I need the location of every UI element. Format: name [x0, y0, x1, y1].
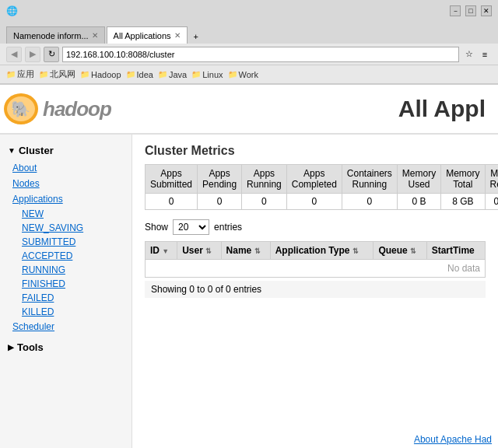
metric-col-apps-pending: Apps Pending [198, 165, 242, 194]
metric-col-apps-completed: Apps Completed [286, 165, 342, 194]
sidebar-killed-link[interactable]: KILLED [0, 305, 132, 319]
col-starttime: StartTime [426, 242, 485, 260]
col-name[interactable]: Name ⇅ [221, 242, 270, 260]
address-bar: ◀ ▶ ↻ ☆ ≡ [0, 44, 498, 65]
sidebar-accepted-link[interactable]: ACCEPTED [0, 249, 132, 263]
bookmark-idea[interactable]: 📁 Idea [126, 70, 153, 79]
main-content: Cluster Metrics Apps Submitted Apps Pend… [132, 135, 498, 448]
bookmark-hadoop[interactable]: 📁 Hadoop [80, 70, 121, 79]
no-data-row: No data [146, 260, 486, 278]
cluster-arrow-icon: ▼ [8, 146, 16, 155]
tab-all-applications-label: All Applications [114, 31, 171, 40]
tab-namenode-label: Namenode inform... [13, 31, 89, 40]
back-button[interactable]: ◀ [6, 47, 22, 62]
tools-label: Tools [17, 341, 44, 353]
sidebar-applications-link[interactable]: Applications [0, 191, 132, 207]
forward-button[interactable]: ▶ [25, 47, 40, 62]
address-input[interactable] [62, 47, 459, 62]
val-apps-submitted: 0 [146, 194, 198, 210]
applications-table: ID ▼ User ⇅ Name ⇅ Application Type [145, 241, 486, 278]
bookmark-linux-label: Linux [202, 70, 223, 79]
bookmarks-bar: 📁 应用 📁 北风网 📁 Hadoop 📁 Idea 📁 Java 📁 Linu… [0, 65, 498, 84]
tab-namenode[interactable]: Namenode inform... ✕ [6, 26, 105, 44]
bookmark-apps[interactable]: 📁 应用 [6, 68, 34, 80]
page-title: All Appl [398, 96, 486, 122]
footer: About Apache Had [408, 431, 498, 448]
metric-col-apps-submitted-line1: Apps [150, 168, 192, 179]
bookmark-idea-label: Idea [137, 70, 153, 79]
metric-col-apps-running: Apps Running [242, 165, 287, 194]
browser-icon: 🌐 [6, 5, 18, 16]
sidebar: ▼ Cluster About Nodes Applications NEW N… [0, 135, 132, 448]
entries-select[interactable]: 10 20 50 100 [173, 219, 209, 235]
work-icon: 📁 [228, 70, 237, 79]
hadoop-text-logo: hadoop [43, 97, 111, 121]
linux-icon: 📁 [191, 70, 201, 79]
no-data-cell: No data [146, 260, 486, 278]
bookmark-apps-label: 应用 [17, 68, 34, 80]
showing-text: Showing 0 to 0 of 0 entries [145, 281, 486, 298]
tab-namenode-close[interactable]: ✕ [92, 31, 98, 40]
val-memory-used: 0 B [397, 194, 440, 210]
tools-arrow-icon: ▶ [8, 343, 14, 352]
about-apache-link[interactable]: About Apache Had [414, 434, 492, 445]
tab-bar: Namenode inform... ✕ All Applications ✕ … [0, 22, 498, 44]
refresh-button[interactable]: ↻ [44, 47, 59, 62]
bookmark-beifeng[interactable]: 📁 北风网 [39, 68, 75, 80]
col-queue-sort-icon: ⇅ [410, 247, 416, 255]
title-bar-left: 🌐 [6, 5, 18, 16]
settings-icon[interactable]: ≡ [478, 47, 492, 61]
hadoop-logo: 🐘 hadoop [0, 89, 111, 128]
bookmark-star-icon[interactable]: ☆ [462, 47, 476, 61]
col-user-sort-icon: ⇅ [205, 247, 212, 255]
bookmark-work[interactable]: 📁 Work [228, 70, 258, 79]
beifeng-icon: 📁 [39, 70, 48, 79]
entries-suffix: entries [214, 222, 242, 233]
svg-text:🐘: 🐘 [11, 100, 30, 118]
show-entries-control: Show 10 20 50 100 entries [145, 219, 486, 235]
minimize-button[interactable]: － [450, 5, 461, 16]
col-app-type[interactable]: Application Type ⇅ [270, 242, 374, 260]
col-name-sort-icon: ⇅ [254, 247, 261, 255]
col-id-sort-icon: ▼ [162, 247, 169, 255]
sidebar-new-saving-link[interactable]: NEW_SAVING [0, 221, 132, 235]
col-user[interactable]: User ⇅ [177, 242, 221, 260]
idea-icon: 📁 [126, 70, 135, 79]
tab-all-applications-close[interactable]: ✕ [174, 31, 181, 40]
close-button[interactable]: ✕ [481, 5, 492, 16]
metric-col-containers-running: Containers Running [342, 165, 397, 194]
bookmark-linux[interactable]: 📁 Linux [191, 70, 223, 79]
val-containers-running: 0 [342, 194, 397, 210]
page-layout: 🐘 hadoop All Appl ▼ Cluster About Nodes … [0, 85, 498, 448]
metrics-row: 0 0 0 0 0 0 B 8 GB 0 B [146, 194, 499, 210]
sidebar-submitted-link[interactable]: SUBMITTED [0, 235, 132, 249]
val-apps-completed: 0 [286, 194, 342, 210]
sidebar-finished-link[interactable]: FINISHED [0, 277, 132, 291]
java-icon: 📁 [158, 70, 167, 79]
sidebar-failed-link[interactable]: FAILED [0, 291, 132, 305]
maximize-button[interactable]: □ [465, 5, 476, 16]
sidebar-about-link[interactable]: About [0, 160, 132, 176]
sidebar-new-link[interactable]: NEW [0, 207, 132, 221]
show-label: Show [145, 222, 168, 233]
tools-title[interactable]: ▶ Tools [0, 338, 132, 357]
tools-section: ▶ Tools [0, 338, 132, 357]
cluster-label: Cluster [19, 145, 54, 156]
bookmark-java[interactable]: 📁 Java [158, 70, 187, 79]
page-header: 🐘 hadoop All Appl [0, 85, 498, 135]
metrics-table: Apps Submitted Apps Pending Apps Running [145, 164, 498, 210]
cluster-title[interactable]: ▼ Cluster [0, 141, 132, 160]
col-queue[interactable]: Queue ⇅ [374, 242, 426, 260]
sidebar-running-link[interactable]: RUNNING [0, 263, 132, 277]
val-memory-total: 8 GB [441, 194, 485, 210]
col-id[interactable]: ID ▼ [146, 242, 177, 260]
hadoop-elephant-icon: 🐘 [0, 89, 43, 128]
tab-all-applications[interactable]: All Applications ✕ [107, 26, 188, 44]
sidebar-scheduler-link[interactable]: Scheduler [0, 319, 132, 334]
title-bar: 🌐 － □ ✕ [0, 0, 498, 22]
new-tab-button[interactable]: + [189, 30, 203, 44]
col-app-type-sort-icon: ⇅ [352, 247, 359, 255]
sidebar-nodes-link[interactable]: Nodes [0, 176, 132, 191]
hadoop-bookmark-icon: 📁 [80, 70, 89, 79]
browser-chrome: 🌐 － □ ✕ Namenode inform... ✕ All Applica… [0, 0, 498, 85]
